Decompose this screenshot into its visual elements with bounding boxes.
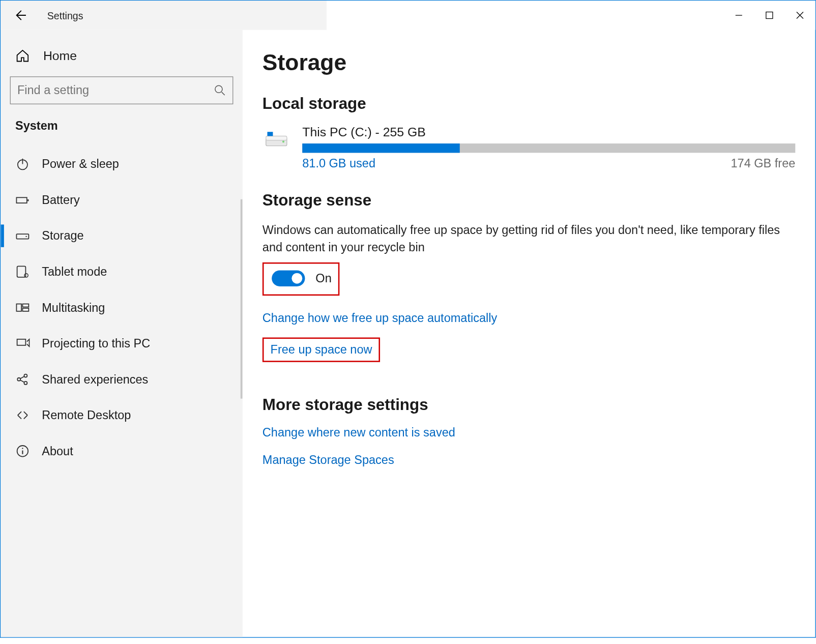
storage-sense-toggle[interactable] <box>272 271 305 286</box>
svg-line-19 <box>20 376 24 379</box>
sidebar-item-remote-desktop[interactable]: Remote Desktop <box>1 397 242 433</box>
local-storage-heading: Local storage <box>263 94 795 113</box>
drive-icon <box>15 228 30 243</box>
share-icon <box>15 372 30 387</box>
svg-point-9 <box>25 236 26 237</box>
project-icon <box>15 336 30 351</box>
svg-rect-7 <box>27 199 28 201</box>
close-button[interactable] <box>784 5 815 26</box>
content-pane: Storage Local storage This PC (C:) - 255… <box>243 30 815 637</box>
sidebar-item-label: Battery <box>42 193 79 207</box>
sidebar-item-about[interactable]: About <box>1 433 242 470</box>
drive-free-label: 174 GB free <box>731 157 796 170</box>
link-change-auto[interactable]: Change how we free up space automaticall… <box>263 312 497 326</box>
remotedesk-icon <box>15 408 30 423</box>
svg-rect-1 <box>766 12 773 19</box>
link-free-up-now[interactable]: Free up space now <box>271 343 372 357</box>
storage-sense-toggle-label: On <box>315 272 331 285</box>
highlight-box-toggle: On <box>263 262 340 296</box>
sidebar-item-label: Projecting to this PC <box>42 336 150 350</box>
sidebar-section-title: System <box>1 116 242 141</box>
svg-rect-6 <box>16 197 26 203</box>
sidebar-item-label: Remote Desktop <box>42 408 131 422</box>
link-change-where-saved[interactable]: Change where new content is saved <box>263 426 455 440</box>
sidebar-item-storage[interactable]: Storage <box>1 218 242 254</box>
sidebar-home-label: Home <box>43 48 77 63</box>
sidebar-item-label: Storage <box>42 229 83 243</box>
drive-usage-bar <box>302 143 795 153</box>
storage-sense-description: Windows can automatically free up space … <box>263 221 795 256</box>
drive-row[interactable]: This PC (C:) - 255 GB 81.0 GB used 174 G… <box>263 125 795 171</box>
sidebar-nav-scroll[interactable]: Focus assistPower & sleepBatteryStorageT… <box>1 141 242 637</box>
disk-icon <box>263 125 290 153</box>
sidebar-item-power-sleep[interactable]: Power & sleep <box>1 146 242 182</box>
sidebar-item-label: Power & sleep <box>42 157 119 171</box>
maximize-button[interactable] <box>754 5 784 26</box>
drive-title: This PC (C:) - 255 GB <box>302 125 795 140</box>
svg-rect-26 <box>267 132 273 136</box>
info-icon <box>15 444 30 458</box>
power-icon <box>15 157 30 171</box>
svg-rect-14 <box>22 308 28 311</box>
svg-rect-12 <box>16 304 21 311</box>
svg-point-2 <box>215 85 222 93</box>
link-manage-storage-spaces[interactable]: Manage Storage Spaces <box>263 453 394 467</box>
svg-rect-15 <box>17 339 26 345</box>
sidebar-item-label: Multitasking <box>42 301 105 314</box>
minimize-button[interactable] <box>723 5 754 26</box>
storage-sense-heading: Storage sense <box>263 191 795 210</box>
scrollbar[interactable] <box>241 199 243 399</box>
sidebar-home[interactable]: Home <box>1 42 242 76</box>
settings-window: Settings Home <box>0 0 816 638</box>
sidebar-item-focus-assist[interactable]: Focus assist <box>1 141 242 146</box>
window-title: Settings <box>47 10 83 21</box>
svg-point-17 <box>24 374 27 377</box>
svg-point-18 <box>24 382 27 385</box>
drive-used-label: 81.0 GB used <box>302 157 375 170</box>
page-title: Storage <box>263 50 795 76</box>
window-controls <box>723 5 815 26</box>
svg-line-3 <box>222 92 225 95</box>
svg-rect-25 <box>266 136 287 140</box>
sidebar-item-label: About <box>42 444 73 458</box>
highlight-box-free-now: Free up space now <box>263 338 380 362</box>
svg-point-27 <box>282 140 284 142</box>
search-input[interactable] <box>17 83 214 97</box>
sidebar-item-projecting[interactable]: Projecting to this PC <box>1 326 242 362</box>
svg-line-20 <box>20 380 24 383</box>
tablet-icon <box>15 265 30 279</box>
battery-icon <box>15 193 30 208</box>
home-icon <box>15 48 30 63</box>
svg-point-11 <box>24 274 28 277</box>
search-input-wrap[interactable] <box>10 76 234 104</box>
svg-point-16 <box>17 378 20 381</box>
sidebar-item-label: Shared experiences <box>42 372 148 386</box>
svg-rect-13 <box>22 304 28 307</box>
multitask-icon <box>15 300 30 315</box>
search-icon <box>214 84 226 97</box>
sidebar-item-shared-exp[interactable]: Shared experiences <box>1 361 242 397</box>
sidebar-item-label: Tablet mode <box>42 265 107 278</box>
sidebar-item-battery[interactable]: Battery <box>1 182 242 218</box>
sidebar-item-tablet-mode[interactable]: Tablet mode <box>1 254 242 290</box>
titlebar: Settings <box>1 1 815 30</box>
sidebar: Home System Focus assistPower & sleepBat… <box>1 30 242 637</box>
more-storage-heading: More storage settings <box>263 395 795 414</box>
back-button[interactable] <box>13 8 27 23</box>
svg-point-23 <box>22 448 23 449</box>
sidebar-item-multitasking[interactable]: Multitasking <box>1 289 242 326</box>
